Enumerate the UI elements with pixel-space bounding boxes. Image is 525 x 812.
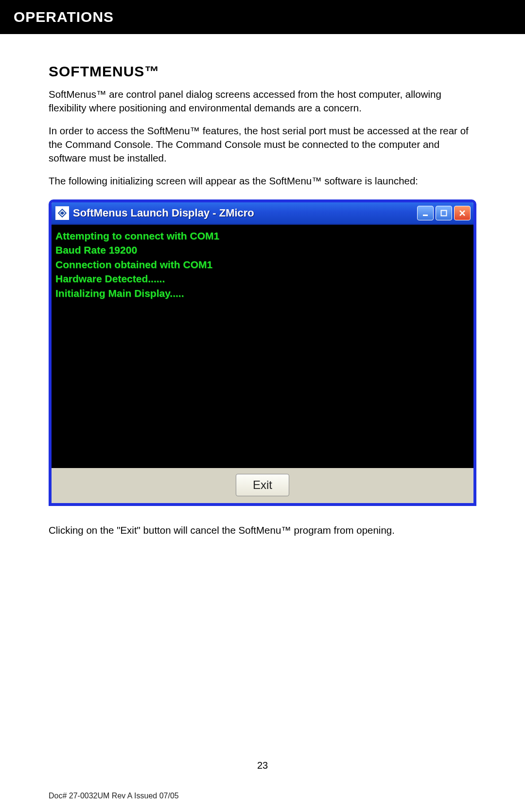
maximize-button[interactable] bbox=[436, 206, 452, 220]
svg-rect-4 bbox=[423, 215, 428, 216]
paragraph-4: Clicking on the "Exit" button will cance… bbox=[49, 523, 476, 537]
console-line: Connection obtained with COM1 bbox=[55, 257, 468, 271]
doc-id: Doc# 27-0032UM Rev A Issued 07/05 bbox=[0, 792, 525, 812]
minimize-button[interactable] bbox=[417, 206, 434, 220]
softmenus-window: SoftMenus Launch Display - ZMicro Attemp… bbox=[49, 199, 476, 506]
app-icon bbox=[55, 206, 69, 220]
window-titlebar[interactable]: SoftMenus Launch Display - ZMicro bbox=[52, 202, 473, 225]
paragraph-2: In order to access the SoftMenu™ feature… bbox=[49, 124, 476, 164]
paragraph-1: SoftMenus™ are control panel dialog scre… bbox=[49, 88, 476, 114]
console-output: Attempting to connect with COM1 Baud Rat… bbox=[52, 225, 473, 468]
page-footer: 23 Doc# 27-0032UM Rev A Issued 07/05 bbox=[0, 760, 525, 812]
page-content: SOFTMENUS™ SoftMenus™ are control panel … bbox=[0, 34, 525, 537]
exit-button[interactable]: Exit bbox=[236, 474, 289, 496]
window-button-row: Exit bbox=[52, 468, 473, 503]
console-line: Attempting to connect with COM1 bbox=[55, 229, 468, 243]
window-title: SoftMenus Launch Display - ZMicro bbox=[73, 207, 417, 219]
window-controls bbox=[417, 206, 471, 220]
header-title: OPERATIONS bbox=[14, 9, 114, 25]
paragraph-3: The following initializing screen will a… bbox=[49, 174, 476, 188]
console-line: Hardware Detected...... bbox=[55, 271, 468, 286]
svg-rect-5 bbox=[441, 211, 447, 216]
console-line: Initializing Main Display..... bbox=[55, 286, 468, 300]
section-title: SOFTMENUS™ bbox=[49, 63, 476, 80]
console-line: Baud Rate 19200 bbox=[55, 243, 468, 257]
close-button[interactable] bbox=[454, 206, 471, 220]
page-header: OPERATIONS bbox=[0, 0, 525, 34]
page-number: 23 bbox=[0, 760, 525, 792]
